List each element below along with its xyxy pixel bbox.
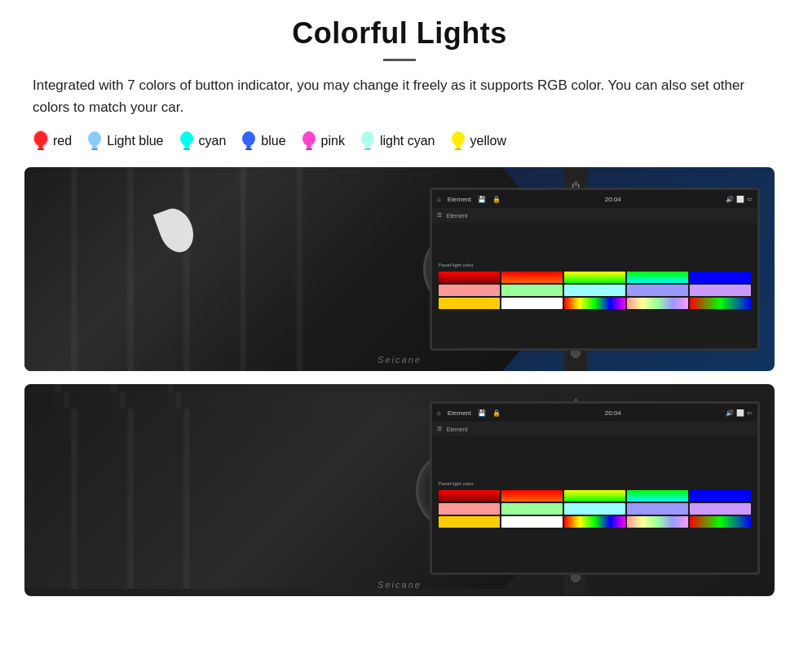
screen-controls: 🔊 ⬜ ⇦ <box>726 196 753 203</box>
color-item-light-cyan: light cyan <box>360 130 435 153</box>
screen-sub-header-top: ☰ Element <box>432 208 757 223</box>
screen-header-top: ⌂ Element 💾 🔒 20:04 🔊 ⬜ ⇦ <box>432 190 757 208</box>
page-title: Colorful Lights <box>24 16 775 51</box>
bulb-icon-light-blue <box>86 130 103 153</box>
color-label-pink: pink <box>321 134 345 148</box>
b-color-cell-10 <box>690 503 751 515</box>
color-cell-6 <box>439 285 500 296</box>
color-row: red Light blue cyan <box>24 130 775 153</box>
b-color-cell-3 <box>564 490 625 502</box>
color-item-yellow: yellow <box>450 130 506 153</box>
svg-rect-19 <box>456 145 461 148</box>
svg-point-15 <box>361 131 374 146</box>
ridge-4 <box>238 167 248 371</box>
color-cell-14 <box>627 298 688 309</box>
home-icon-b: ⌂ <box>437 409 441 417</box>
hamburger-icon-b: ☰ <box>437 426 442 432</box>
screen-header-bottom: ⌂ Element 💾 🔒 20:04 🔊 ⬜ ⇦ <box>432 404 757 422</box>
color-label-cyan: cyan <box>199 134 227 148</box>
b-color-cell-13 <box>564 516 625 528</box>
b-color-cell-11 <box>439 516 500 528</box>
color-cell-4 <box>627 272 688 283</box>
svg-rect-7 <box>184 145 189 148</box>
ridge-d3 <box>182 409 192 589</box>
color-cell-5 <box>690 272 751 283</box>
svg-rect-17 <box>364 148 371 150</box>
color-item-pink: pink <box>301 130 345 153</box>
panel-light-label: Panel light color <box>439 263 474 267</box>
lock-icon: 🔒 <box>492 196 501 203</box>
description-text: Integrated with 7 colors of button indic… <box>24 74 775 118</box>
svg-rect-14 <box>306 148 312 150</box>
b-color-cell-4 <box>627 490 688 502</box>
ridge-1 <box>69 167 79 371</box>
b-color-cell-2 <box>501 490 563 502</box>
screen-header-left: ⌂ Element 💾 🔒 <box>437 196 501 203</box>
watermark-top: Seicane <box>377 355 422 365</box>
svg-rect-1 <box>38 145 43 148</box>
b-color-cell-7 <box>501 503 563 515</box>
color-cell-3 <box>564 272 625 283</box>
svg-point-12 <box>302 131 316 146</box>
screen-sub-label-b: Element <box>447 427 468 432</box>
svg-rect-4 <box>92 145 97 148</box>
color-cell-8 <box>564 285 625 296</box>
svg-rect-10 <box>246 145 251 148</box>
bulb-icon-blue <box>241 130 257 153</box>
svg-point-9 <box>242 131 255 146</box>
color-grid-top <box>439 272 751 309</box>
b-color-cell-5 <box>690 490 751 502</box>
color-item-red: red <box>33 130 72 153</box>
page-container: Colorful Lights Integrated with 7 colors… <box>0 0 799 612</box>
b-color-cell-1 <box>439 490 500 502</box>
bulb-icon-red <box>33 130 49 153</box>
screen-content-top: Panel light color <box>432 223 757 348</box>
b-color-cell-12 <box>501 516 563 528</box>
color-item-light-blue: Light blue <box>86 130 163 153</box>
svg-rect-2 <box>38 148 44 150</box>
screen-header-left-b: ⌂ Element 💾 🔒 <box>437 409 501 417</box>
hamburger-icon: ☰ <box>437 212 442 219</box>
screen-time: 20:04 <box>605 196 621 203</box>
watermark-bottom: Seicane <box>377 580 422 590</box>
svg-point-3 <box>88 131 101 146</box>
screen-menu-label-b: Element <box>448 409 471 417</box>
b-color-cell-15 <box>690 516 751 528</box>
screen-content-bottom: Panel light color <box>432 436 757 573</box>
car-screen-bottom: ⌂ Element 💾 🔒 20:04 🔊 ⬜ ⇦ ☰ Element Pane… <box>430 401 760 575</box>
color-cell-2 <box>501 272 563 283</box>
ridge-2 <box>126 167 135 371</box>
screen-menu-label: Element <box>448 196 471 203</box>
svg-rect-16 <box>365 145 370 148</box>
svg-point-6 <box>180 131 193 146</box>
color-item-cyan: cyan <box>179 130 227 153</box>
color-label-yellow: yellow <box>470 134 506 148</box>
home-icon: ⌂ <box>437 196 441 203</box>
color-label-blue: blue <box>261 134 285 148</box>
title-divider <box>383 59 416 61</box>
color-cell-15 <box>690 298 751 309</box>
color-label-red: red <box>53 134 72 148</box>
bulb-icon-cyan <box>179 130 195 153</box>
b-color-cell-9 <box>627 503 688 515</box>
svg-rect-5 <box>91 148 98 150</box>
b-color-cell-8 <box>564 503 625 515</box>
save-icon: 💾 <box>478 196 486 203</box>
ridge-d2 <box>126 409 135 589</box>
ridge-3 <box>182 167 192 371</box>
svg-point-18 <box>452 131 465 146</box>
color-item-blue: blue <box>241 130 285 153</box>
color-cell-1 <box>439 272 500 283</box>
svg-rect-20 <box>455 148 461 150</box>
car-panel-top: ⏻ ☰ ⌂ Element 💾 🔒 20:04 <box>24 167 775 371</box>
ridge-d1 <box>69 409 79 589</box>
b-color-cell-14 <box>627 516 688 528</box>
color-cell-9 <box>627 285 688 296</box>
color-cell-13 <box>564 298 625 309</box>
lock-icon-b: 🔒 <box>492 409 501 417</box>
svg-rect-8 <box>183 148 190 150</box>
color-cell-11 <box>439 298 500 309</box>
color-label-light-blue: Light blue <box>107 134 163 148</box>
title-section: Colorful Lights <box>24 16 775 61</box>
b-color-cell-6 <box>439 503 500 515</box>
